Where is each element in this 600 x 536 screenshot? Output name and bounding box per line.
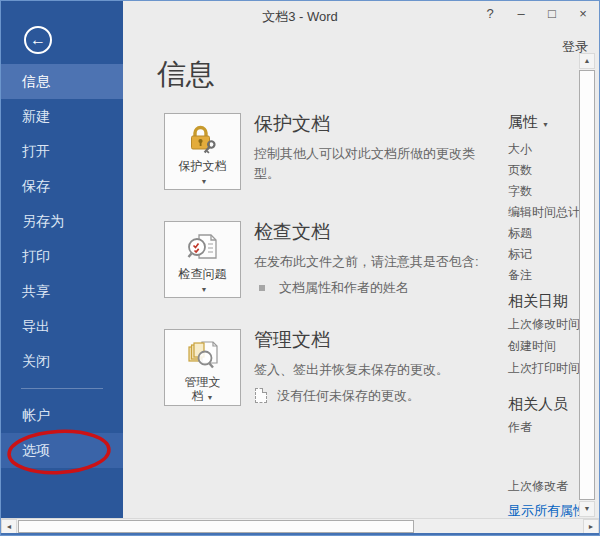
date-printed-label: 上次打印时间	[508, 360, 580, 377]
protect-description: 控制其他人可以对此文档所做的更改类型。	[254, 144, 482, 183]
inspect-document-icon	[186, 231, 220, 265]
sidebar-divider	[21, 388, 103, 389]
dropdown-arrow-icon: ▼	[201, 286, 208, 293]
inspect-bullet-text: 文档属性和作者的姓名	[279, 279, 409, 297]
close-icon[interactable]: ×	[576, 6, 590, 21]
prop-words-label: 字数	[508, 183, 532, 200]
protect-button-label: 保护文档▼	[177, 159, 229, 189]
dropdown-arrow-icon: ▼	[201, 178, 208, 185]
dropdown-arrow-icon: ▼	[207, 394, 214, 401]
sidebar-item-new[interactable]: 新建	[1, 99, 123, 134]
inspect-button-label: 检查问题▼	[177, 267, 229, 297]
protect-document-button[interactable]: 保护文档▼	[164, 113, 241, 190]
manage-document-section: 管理文档 签入、签出并恢复未保存的更改。 没有任何未保存的更改。	[254, 327, 504, 405]
sidebar-item-save-as[interactable]: 另存为	[1, 204, 123, 239]
manage-status-row: 没有任何未保存的更改。	[254, 387, 504, 405]
manage-document-button[interactable]: 管理文档▼	[164, 329, 241, 406]
prop-pages-label: 页数	[508, 162, 532, 179]
manage-description: 签入、签出并恢复未保存的更改。	[254, 360, 504, 380]
sidebar-item-options[interactable]: 选项	[1, 433, 123, 468]
word-backstage-window: 文档3 - Word ? – □ × 登录 ← 信息 新建 打开 保存 另存为 …	[0, 0, 600, 536]
manage-button-label: 管理文档▼	[180, 375, 226, 405]
protect-heading: 保护文档	[254, 111, 504, 137]
author-label: 作者	[508, 419, 532, 436]
scroll-left-icon[interactable]: ◄	[1, 519, 17, 534]
back-arrow-icon: ←	[30, 31, 46, 48]
inspect-description: 在发布此文件之前，请注意其是否包含:	[254, 252, 504, 272]
last-modified-by-label: 上次修改者	[508, 478, 568, 495]
horizontal-scrollbar[interactable]: ◄ ►	[1, 518, 599, 534]
related-dates-header: 相关日期	[508, 292, 568, 311]
scroll-up-icon[interactable]: ▲	[579, 53, 595, 69]
help-icon[interactable]: ?	[483, 6, 497, 21]
sidebar-item-share[interactable]: 共享	[1, 274, 123, 309]
sidebar-item-account[interactable]: 帐户	[1, 398, 123, 433]
square-bullet-icon	[259, 285, 265, 291]
lock-key-icon	[187, 123, 219, 157]
minimize-icon[interactable]: –	[514, 6, 528, 21]
manage-heading: 管理文档	[254, 327, 504, 353]
sidebar-item-save[interactable]: 保存	[1, 169, 123, 204]
inspect-bullet-row: 文档属性和作者的姓名	[254, 279, 504, 297]
properties-header[interactable]: 属性▼	[508, 113, 549, 132]
check-for-issues-button[interactable]: 检查问题▼	[164, 221, 241, 298]
sidebar-nav: 信息 新建 打开 保存 另存为 打印 共享 导出 关闭 帐户 选项	[1, 64, 123, 468]
properties-dropdown-icon: ▼	[542, 121, 549, 128]
inspect-heading: 检查文档	[254, 219, 504, 245]
inspect-document-section: 检查文档 在发布此文件之前，请注意其是否包含: 文档属性和作者的姓名	[254, 219, 504, 297]
sidebar-item-info[interactable]: 信息	[1, 64, 123, 99]
prop-comments-label: 备注	[508, 267, 532, 284]
sidebar-item-open[interactable]: 打开	[1, 134, 123, 169]
page-title: 信息	[157, 55, 215, 95]
manage-status-text: 没有任何未保存的更改。	[277, 387, 420, 405]
manage-versions-icon	[186, 339, 220, 373]
unsaved-doc-icon	[255, 388, 267, 403]
date-modified-label: 上次修改时间	[508, 316, 580, 333]
date-created-label: 创建时间	[508, 338, 556, 355]
prop-title-label: 标题	[508, 225, 532, 242]
back-button[interactable]: ←	[24, 26, 52, 54]
vertical-scrollbar-thumb[interactable]	[579, 70, 595, 500]
protect-document-section: 保护文档 控制其他人可以对此文档所做的更改类型。	[254, 111, 504, 183]
sidebar-item-print[interactable]: 打印	[1, 239, 123, 274]
related-people-header: 相关人员	[508, 395, 568, 414]
backstage-sidebar: ← 信息 新建 打开 保存 另存为 打印 共享 导出 关闭 帐户 选项	[1, 1, 123, 518]
sidebar-item-export[interactable]: 导出	[1, 309, 123, 344]
window-bottom-border	[1, 533, 599, 535]
prop-edit-time-label: 编辑时间总计	[508, 204, 580, 221]
horizontal-scrollbar-thumb[interactable]	[18, 520, 414, 533]
prop-size-label: 大小	[508, 141, 532, 158]
scroll-right-icon[interactable]: ►	[583, 519, 599, 534]
scroll-down-icon[interactable]: ▼	[579, 501, 595, 517]
maximize-icon[interactable]: □	[545, 6, 559, 21]
vertical-scrollbar[interactable]: ▲ ▼	[579, 53, 595, 517]
prop-tags-label: 标记	[508, 246, 532, 263]
window-controls: ? – □ ×	[483, 6, 590, 21]
sidebar-item-close[interactable]: 关闭	[1, 344, 123, 379]
